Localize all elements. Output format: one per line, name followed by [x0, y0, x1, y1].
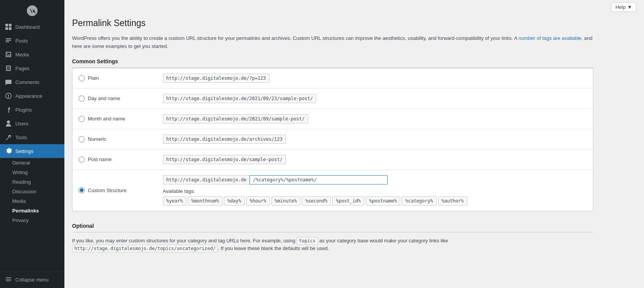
numeric-radio[interactable] [79, 136, 85, 142]
settings-icon [5, 147, 12, 155]
sidebar-item-media[interactable]: Media [0, 48, 64, 61]
day-name-label: Day and name [88, 95, 120, 101]
tag-year[interactable]: %year% [163, 196, 186, 206]
sidebar-logo [0, 0, 64, 20]
post-name-radio-label[interactable]: Post name [79, 156, 151, 163]
table-row: Plain http://stage.digitalesmojo.de/?p=1… [72, 68, 593, 88]
sidebar-item-privacy[interactable]: Privacy [0, 216, 64, 225]
sidebar-item-appearance[interactable]: Appearance [0, 89, 64, 103]
month-name-radio[interactable] [79, 116, 85, 122]
page-title: Permalink Settings [72, 18, 593, 28]
custom-structure-row: Custom Structure http://stage.digitalesm… [72, 170, 593, 211]
tag-postname[interactable]: %postname% [366, 196, 400, 206]
svg-rect-0 [5, 24, 8, 26]
help-chevron-icon: ▼ [627, 4, 632, 10]
sidebar-item-tools[interactable]: Tools [0, 130, 64, 144]
comments-icon [5, 78, 12, 86]
post-name-radio[interactable] [79, 156, 85, 163]
tags-list: %year% %monthnum% %day% %hour% %minute% … [163, 196, 587, 206]
sidebar-item-dashboard[interactable]: Dashboard [0, 20, 64, 34]
numeric-example: http://stage.digitalesmojo.de/archives/1… [163, 135, 286, 144]
sidebar-item-settings[interactable]: Settings [0, 144, 64, 158]
optional-section: Optional If you like, you may enter cust… [72, 223, 593, 253]
available-tags-label: Available tags: [163, 188, 587, 194]
sidebar-item-users[interactable]: Users [0, 117, 64, 130]
posts-icon [5, 37, 12, 44]
topics-code: topics [297, 237, 318, 245]
svg-rect-1 [9, 24, 12, 26]
tag-day[interactable]: %day% [224, 196, 245, 206]
tools-label: Tools [15, 135, 27, 140]
media-label: Media [15, 52, 29, 58]
post-name-label: Post name [88, 156, 112, 162]
collapse-menu-button[interactable]: Collapse menu [0, 271, 64, 288]
tag-hour[interactable]: %hour% [246, 196, 269, 206]
sidebar-item-permalinks[interactable]: Permalinks [0, 206, 64, 216]
collapse-label: Collapse menu [15, 277, 49, 283]
help-button[interactable]: Help ▼ [611, 2, 636, 12]
example-url-code: http://stage.digitalesmojo.de/topics/unc… [72, 245, 218, 252]
sidebar-item-plugins[interactable]: Plugins [0, 103, 64, 117]
custom-radio-label[interactable]: Custom Structure [79, 187, 151, 193]
appearance-label: Appearance [15, 93, 42, 99]
sidebar-item-media-sub[interactable]: Media [0, 196, 64, 206]
svg-rect-2 [5, 27, 8, 30]
sidebar-item-writing[interactable]: Writing [0, 168, 64, 177]
month-name-label: Month and name [88, 116, 125, 122]
content-area: Permalink Settings WordPress offers you … [64, 14, 601, 268]
pages-label: Pages [15, 66, 30, 71]
help-label: Help [615, 4, 626, 10]
sidebar-item-general[interactable]: General [0, 158, 64, 168]
svg-rect-3 [9, 27, 12, 30]
custom-structure-input[interactable] [250, 175, 388, 184]
sidebar-item-pages[interactable]: Pages [0, 61, 64, 75]
appearance-icon [5, 92, 12, 100]
plugins-icon [5, 106, 12, 114]
tag-author[interactable]: %author% [438, 196, 467, 206]
day-name-radio-label[interactable]: Day and name [79, 95, 151, 102]
optional-title: Optional [72, 223, 593, 232]
optional-text: If you like, you may enter custom struct… [72, 237, 593, 253]
month-name-example: http://stage.digitalesmojo.de/2021/09/sa… [163, 114, 308, 123]
tag-second[interactable]: %second% [302, 196, 331, 206]
sidebar-item-comments[interactable]: Comments [0, 75, 64, 89]
numeric-radio-label[interactable]: Numeric [79, 136, 151, 142]
optional-text-before: If you like, you may enter custom struct… [72, 238, 297, 244]
intro-link[interactable]: number of tags are available [518, 35, 581, 41]
tag-minute[interactable]: %minute% [271, 196, 301, 206]
posts-label: Posts [15, 38, 28, 44]
tag-monthnum[interactable]: %monthnum% [188, 196, 222, 206]
settings-label: Settings [15, 148, 33, 154]
numeric-label: Numeric [88, 136, 106, 142]
users-icon [5, 120, 12, 127]
sidebar-item-posts[interactable]: Posts [0, 34, 64, 48]
day-name-radio[interactable] [79, 95, 85, 102]
table-row: Month and name http://stage.digitalesmoj… [72, 109, 593, 129]
tag-category[interactable]: %category% [402, 196, 436, 206]
month-name-radio-label[interactable]: Month and name [79, 116, 151, 122]
custom-structure-label: Custom Structure [88, 188, 127, 193]
day-name-example: http://stage.digitalesmojo.de/2021/09/23… [163, 94, 317, 103]
table-row: Numeric http://stage.digitalesmojo.de/ar… [72, 129, 593, 149]
available-tags-section: Available tags: %year% %monthnum% %day% … [163, 188, 587, 206]
optional-text-after: as your category base would make your ca… [318, 238, 448, 244]
collapse-icon [5, 275, 12, 284]
custom-structure-wrap: http://stage.digitalesmojo.de [163, 175, 587, 184]
dashboard-icon [5, 23, 12, 31]
plain-radio[interactable] [79, 75, 85, 81]
tools-icon [5, 133, 12, 141]
pages-icon [5, 64, 12, 72]
tag-post-id[interactable]: %post_id% [332, 196, 364, 206]
plain-example: http://stage.digitalesmojo.de/?p=123 [163, 74, 269, 83]
permalink-settings-table: Plain http://stage.digitalesmojo.de/?p=1… [72, 68, 593, 211]
sidebar-item-reading[interactable]: Reading [0, 177, 64, 187]
optional-text-end: . If you leave these blank the defaults … [218, 245, 329, 251]
sidebar-item-discussion[interactable]: Discussion [0, 187, 64, 196]
table-row: Day and name http://stage.digitalesmojo.… [72, 88, 593, 109]
media-icon [5, 51, 12, 58]
plain-radio-label[interactable]: Plain [79, 75, 151, 81]
post-name-example: http://stage.digitalesmojo.de/sample-pos… [163, 155, 286, 164]
custom-structure-radio[interactable] [79, 187, 85, 193]
intro-paragraph: WordPress offers you the ability to crea… [72, 35, 593, 51]
comments-label: Comments [15, 79, 39, 85]
